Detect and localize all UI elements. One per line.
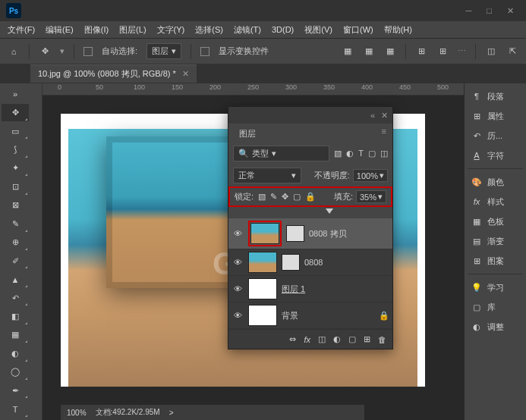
panel-learn[interactable]: 💡学习 [468, 277, 523, 297]
lock-paint-icon[interactable]: ✎ [270, 192, 277, 202]
zoom-level[interactable]: 100% [67, 409, 87, 417]
new-layer-icon[interactable]: ⊞ [364, 334, 370, 344]
panel-close-icon[interactable]: ✕ [381, 111, 388, 121]
layer-filter-dropdown[interactable]: 🔍 类型 ▾ [233, 146, 329, 161]
close-button[interactable]: ✕ [507, 6, 514, 16]
filter-shape-icon[interactable]: ▢ [368, 149, 376, 158]
minimize-button[interactable]: ─ [466, 6, 472, 16]
lock-position-icon[interactable]: ✥ [282, 192, 288, 202]
move-tool[interactable]: ✥ [2, 104, 29, 121]
panel-libraries[interactable]: ▢库 [468, 297, 523, 317]
panel-properties[interactable]: ⊞属性 [468, 106, 523, 126]
dodge-tool[interactable]: ◯ [2, 364, 29, 381]
menu-window[interactable]: 窗口(W) [339, 23, 378, 37]
tab-close-icon[interactable]: ✕ [182, 69, 189, 79]
blur-tool[interactable]: ◐ [2, 345, 29, 362]
document-tab[interactable]: 10.jpg @ 100% (0808 拷贝, RGB/8) * ✕ [30, 64, 197, 83]
dist-icon-1[interactable]: ⊞ [415, 45, 427, 58]
home-icon[interactable]: ⌂ [8, 45, 20, 58]
group-icon[interactable]: ▢ [348, 334, 356, 344]
visibility-toggle[interactable]: 👁 [232, 229, 244, 238]
menu-select[interactable]: 选择(S) [191, 23, 228, 37]
layer-item-3[interactable]: 👁 背景 🔒 [228, 302, 392, 329]
panel-menu-icon[interactable]: ≡ [382, 127, 386, 136]
mask-icon[interactable]: ◫ [318, 334, 326, 344]
pen-tool[interactable]: ✒ [2, 382, 29, 399]
panel-swatches[interactable]: ▦色板 [468, 212, 523, 231]
align-icon-3[interactable]: ▦ [384, 45, 396, 58]
visibility-toggle[interactable]: 👁 [232, 284, 244, 293]
panel-history[interactable]: ↶历... [468, 126, 523, 146]
panel-collapse-icon[interactable]: « [370, 111, 375, 120]
healing-tool[interactable]: ⊕ [2, 234, 29, 251]
layer-name[interactable]: 0808 [304, 258, 389, 267]
visibility-toggle[interactable]: 👁 [232, 258, 244, 267]
lock-transparency-icon[interactable]: ▧ [258, 192, 266, 202]
lock-artboard-icon[interactable]: ▢ [293, 192, 301, 202]
menu-type[interactable]: 文字(Y) [153, 23, 190, 37]
fill-input[interactable]: 35%▾ [356, 190, 386, 203]
layer-thumb[interactable] [248, 278, 277, 299]
menu-edit[interactable]: 编辑(E) [41, 23, 78, 37]
gradient-tool[interactable]: ▦ [2, 327, 29, 343]
delete-layer-icon[interactable]: 🗑 [378, 335, 386, 344]
menu-image[interactable]: 图像(I) [80, 23, 113, 37]
panel-color[interactable]: 🎨颜色 [468, 172, 523, 192]
fill-slider[interactable] [228, 207, 392, 218]
menu-filter[interactable]: 滤镜(T) [229, 23, 266, 37]
auto-select-checkbox[interactable] [83, 47, 93, 56]
type-tool[interactable]: T [2, 400, 29, 417]
filter-type-icon[interactable]: T [358, 149, 364, 158]
layer-item-0[interactable]: 👁 0808 拷贝 [228, 218, 392, 249]
panel-styles[interactable]: fx样式 [468, 192, 523, 212]
show-transform-checkbox[interactable] [200, 47, 209, 56]
layer-name[interactable]: 0808 拷贝 [309, 228, 389, 240]
layer-thumb[interactable] [248, 252, 277, 273]
layer-item-2[interactable]: 👁 图层 1 [228, 276, 392, 302]
doc-info[interactable]: 文档:492.2K/2.95M [96, 407, 160, 418]
panel-adjustments[interactable]: ◐调整 [468, 317, 523, 337]
3d-mode-icon[interactable]: ◫ [485, 45, 497, 58]
layer-item-1[interactable]: 👁 0808 [228, 249, 392, 276]
layer-name[interactable]: 背景 [282, 310, 374, 321]
layer-thumb[interactable] [250, 223, 279, 244]
expand-tool[interactable]: » [2, 86, 29, 102]
auto-select-dropdown[interactable]: 图层▾ [146, 43, 181, 59]
marquee-tool[interactable]: ▭ [2, 123, 29, 139]
maximize-button[interactable]: □ [487, 6, 492, 16]
adjustment-icon[interactable]: ◐ [333, 334, 341, 344]
blend-mode-dropdown[interactable]: 正常▾ [233, 168, 301, 183]
lasso-tool[interactable]: ⟆ [2, 141, 29, 158]
filter-smart-icon[interactable]: ◫ [380, 149, 388, 158]
filter-adjust-icon[interactable]: ◐ [346, 149, 354, 158]
eraser-tool[interactable]: ◧ [2, 308, 29, 324]
menu-layer[interactable]: 图层(L) [115, 23, 150, 37]
panel-patterns[interactable]: ⊞图案 [468, 251, 523, 271]
visibility-toggle[interactable]: 👁 [232, 311, 244, 320]
panel-gradient[interactable]: ▤渐变 [468, 231, 523, 251]
layers-panel[interactable]: « ✕ 图层 ≡ 🔍 类型 ▾ ▧ ◐ T ▢ ◫ 正常▾ 不透明度: 100%… [228, 106, 393, 349]
eyedropper-tool[interactable]: ✎ [2, 215, 29, 232]
menu-3d[interactable]: 3D(D) [267, 24, 298, 36]
layer-thumb[interactable] [248, 305, 277, 326]
share-icon[interactable]: ⇱ [506, 45, 518, 58]
link-layers-icon[interactable]: ⇔ [289, 334, 296, 344]
dist-icon-2[interactable]: ⊞ [436, 45, 449, 58]
wand-tool[interactable]: ✦ [2, 160, 29, 177]
move-tool-icon[interactable]: ✥ [39, 45, 51, 58]
lock-all-icon[interactable]: 🔒 [305, 192, 316, 202]
panel-paragraph[interactable]: ¶段落 [468, 86, 523, 106]
brush-tool[interactable]: ✐ [2, 252, 29, 269]
layer-name[interactable]: 图层 1 [282, 284, 389, 295]
filter-pixel-icon[interactable]: ▧ [334, 149, 342, 158]
fx-icon[interactable]: fx [304, 335, 310, 344]
crop-tool[interactable]: ⊡ [2, 178, 29, 195]
stamp-tool[interactable]: ▲ [2, 271, 29, 287]
panel-character[interactable]: A字符 [468, 146, 523, 165]
menu-help[interactable]: 帮助(H) [380, 23, 417, 37]
menu-view[interactable]: 视图(V) [300, 23, 337, 37]
history-brush-tool[interactable]: ↶ [2, 290, 29, 306]
opacity-input[interactable]: 100%▾ [353, 169, 388, 182]
layer-mask[interactable] [282, 254, 300, 271]
layer-mask[interactable] [286, 225, 304, 242]
